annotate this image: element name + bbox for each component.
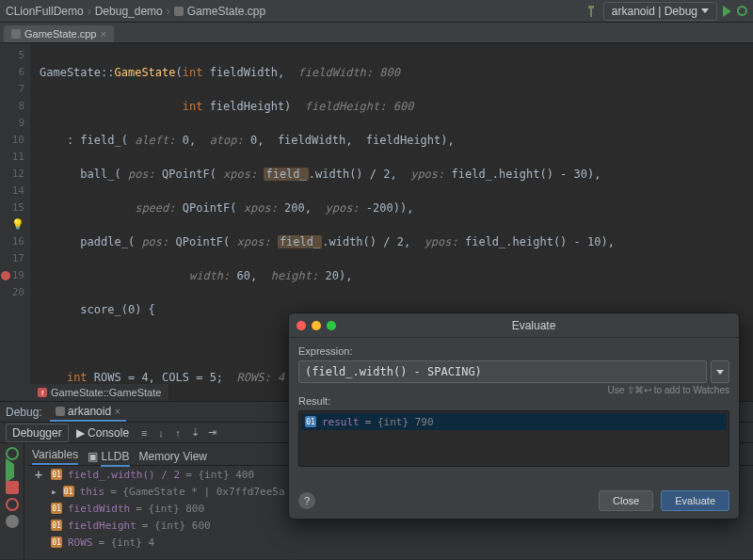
view-breakpoints-icon[interactable] (6, 498, 19, 511)
mute-breakpoints-icon[interactable] (6, 515, 19, 528)
structure-breadcrumb[interactable]: f GameState::GameState (30, 384, 168, 401)
run-icon[interactable] (723, 6, 731, 17)
var-badge-icon: 01 (51, 503, 62, 514)
editor-tab[interactable]: GameState.cpp × (4, 25, 114, 42)
cpp-file-icon (11, 29, 21, 39)
zoom-window-icon[interactable] (327, 321, 336, 330)
expression-label: Expression: (298, 345, 729, 357)
var-badge-icon: 01 (305, 416, 316, 427)
expression-input[interactable] (298, 360, 707, 383)
var-name[interactable]: ROWS (68, 536, 93, 549)
navigation-bar: CLionFullDemo › Debug_demo › GameState.c… (0, 0, 753, 23)
var-badge-icon: 01 (51, 520, 62, 531)
help-icon[interactable]: ? (298, 492, 315, 509)
breadcrumb-project[interactable]: CLionFullDemo (6, 5, 84, 18)
dialog-title: Evaluate (336, 319, 731, 332)
run-config-selector[interactable]: arkanoid | Debug (603, 2, 717, 21)
build-icon[interactable] (586, 6, 598, 17)
debug-title: Debug: (6, 406, 42, 419)
var-name[interactable]: field_.width() / 2 (68, 469, 180, 481)
close-window-icon[interactable] (296, 321, 306, 330)
step-over-icon[interactable]: ≡ (136, 425, 152, 440)
var-name[interactable]: fieldWidth (68, 503, 130, 515)
console-tab[interactable]: ▶ Console (71, 424, 135, 441)
expression-history-dropdown[interactable] (711, 360, 729, 383)
debug-process-tab[interactable]: arkanoid × (50, 403, 126, 422)
cpp-file-icon (174, 7, 184, 16)
var-badge-icon: 01 (51, 469, 62, 480)
run-config-label: arkanoid | Debug (612, 5, 697, 18)
resume-icon[interactable] (6, 464, 19, 477)
debug-side-buttons (0, 443, 24, 559)
var-name[interactable]: this (80, 486, 105, 498)
close-icon[interactable]: × (114, 406, 120, 417)
run-to-cursor-icon[interactable]: ⇥ (204, 425, 219, 440)
step-force-icon[interactable]: ⇣ (187, 425, 202, 440)
memory-view-subtab[interactable]: Memory View (139, 450, 207, 463)
dialog-titlebar[interactable]: Evaluate (289, 313, 739, 338)
var-badge-icon: 01 (63, 486, 74, 497)
result-name: result (322, 416, 360, 428)
debugger-tab[interactable]: Debugger (6, 424, 69, 442)
stop-icon[interactable] (6, 481, 19, 494)
chevron-down-icon (701, 8, 709, 13)
result-tree[interactable]: 01 result = {int} 790 (298, 410, 729, 467)
window-controls[interactable] (296, 321, 336, 330)
var-badge-icon: 01 (51, 536, 62, 548)
result-value: = {int} 790 (365, 416, 434, 428)
result-row[interactable]: 01 result = {int} 790 (301, 413, 727, 430)
close-button[interactable]: Close (599, 490, 653, 511)
evaluate-dialog: Evaluate Expression: Use ⇧⌘↩ to add to W… (288, 312, 740, 520)
evaluate-button[interactable]: Evaluate (661, 490, 729, 511)
chevron-right-icon: › (167, 5, 170, 18)
minimize-window-icon[interactable] (312, 321, 321, 330)
step-out-icon[interactable]: ↑ (170, 425, 185, 440)
add-watch-icon[interactable]: + (32, 467, 45, 482)
result-label: Result: (298, 395, 729, 407)
intention-bulb-icon[interactable]: 💡 (11, 218, 24, 231)
app-icon (56, 407, 65, 416)
variables-subtab[interactable]: Variables (32, 448, 78, 465)
watches-hint: Use ⇧⌘↩ to add to Watches (298, 385, 729, 395)
step-into-icon[interactable]: ↓ (153, 425, 168, 440)
breadcrumb-folder[interactable]: Debug_demo (95, 5, 163, 18)
lldb-subtab[interactable]: ▣ LLDB (88, 450, 129, 463)
close-icon[interactable]: × (100, 28, 105, 40)
debug-icon[interactable] (737, 6, 747, 16)
breakpoint-icon[interactable] (1, 271, 10, 280)
chevron-right-icon: › (88, 5, 91, 18)
gutter: 567 8910 1112 1415 💡 16 17 19 20 (0, 43, 30, 401)
editor-tab-label: GameState.cpp (24, 28, 96, 40)
breadcrumb-file[interactable]: GameState.cpp (187, 5, 265, 18)
var-name[interactable]: fieldHeight (68, 520, 136, 532)
function-badge-icon: f (38, 388, 47, 397)
chevron-down-icon (716, 370, 724, 375)
editor-tab-strip: GameState.cpp × (0, 23, 753, 43)
